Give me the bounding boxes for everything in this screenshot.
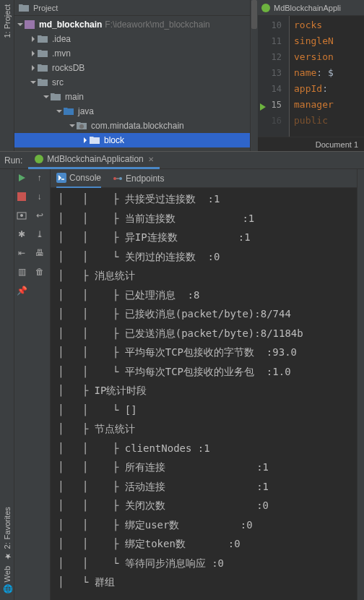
svg-point-1	[79, 124, 84, 129]
chevron-right-icon[interactable]	[81, 136, 90, 145]
folder-icon	[38, 63, 49, 73]
chevron-right-icon[interactable]	[29, 49, 38, 58]
rerun-button[interactable]	[16, 172, 27, 184]
wrap-icon[interactable]: ↩	[34, 210, 46, 221]
tree-item-package[interactable]: com.mindata.blockchain	[14, 119, 250, 133]
chevron-down-icon[interactable]	[29, 78, 38, 87]
tree-root[interactable]: md_blockchain F:\ideawork\md_blockchain	[14, 17, 250, 32]
line-num: 11	[258, 33, 282, 49]
line-num: 10	[258, 17, 282, 33]
run-header: Run: MdBlockchainApplication ✕	[0, 152, 364, 169]
spring-icon	[34, 154, 44, 164]
up-icon[interactable]: ↑	[34, 172, 46, 184]
console-output[interactable]: │ │ ├ 共接受过连接数 :1 │ │ ├ 当前连接数 :1 │ │ ├ 异I…	[51, 188, 357, 600]
star-icon: ★	[2, 552, 12, 562]
editor-panel: MdBlockchainAppli 10 11 12 13 14 15 16 r…	[258, 0, 364, 151]
endpoints-icon	[113, 173, 123, 184]
line-num: 14	[258, 81, 282, 97]
tree-item-src[interactable]: src	[14, 75, 250, 90]
pin-icon[interactable]: 📌	[16, 285, 27, 296]
print-icon[interactable]: 🖶	[34, 247, 46, 259]
project-tab[interactable]: 1: Project	[3, 0, 12, 43]
bug-icon[interactable]: ✱	[16, 228, 27, 240]
layout-icon[interactable]: ▥	[16, 266, 27, 278]
close-icon[interactable]: ✕	[148, 155, 154, 163]
editor-tab[interactable]: MdBlockchainAppli	[258, 0, 364, 16]
project-tree[interactable]: Project md_blockchain F:\ideawork\md_blo…	[14, 0, 251, 151]
package-icon	[90, 135, 101, 145]
folder-icon	[51, 92, 62, 102]
globe-icon: 🌐	[2, 585, 12, 594]
favorites-tab[interactable]: ★ 2: Favorites	[2, 507, 12, 561]
line-num: 12	[258, 49, 282, 65]
module-icon	[25, 20, 36, 30]
camera-icon[interactable]	[16, 210, 27, 221]
tree-item-idea[interactable]: .idea	[14, 32, 250, 46]
svg-rect-4	[17, 192, 26, 201]
tree-item-block[interactable]: block	[14, 133, 250, 147]
editor-status: Document 1	[258, 137, 364, 151]
scroll-icon[interactable]: ⤓	[34, 228, 46, 240]
folder-icon	[38, 34, 49, 44]
source-folder-icon	[64, 106, 75, 116]
run-tab[interactable]: MdBlockchainApplication ✕	[28, 152, 159, 169]
tree-item-mvn[interactable]: .mvn	[14, 46, 250, 61]
svg-rect-0	[25, 20, 35, 29]
line-num: 15	[258, 97, 282, 113]
tree-item-rocksdb[interactable]: rocksDB	[14, 61, 250, 75]
svg-point-2	[261, 4, 270, 12]
web-tab[interactable]: 🌐 Web	[2, 566, 12, 594]
down-icon[interactable]: ↓	[34, 191, 46, 202]
tree-item-main[interactable]: main	[14, 90, 250, 104]
editor-gutter[interactable]: 10 11 12 13 14 15 16	[258, 16, 290, 137]
svg-point-9	[119, 177, 122, 180]
svg-point-3	[35, 155, 43, 163]
chevron-down-icon[interactable]	[55, 107, 64, 116]
chevron-right-icon[interactable]	[29, 64, 38, 72]
package-icon	[77, 121, 88, 131]
editor-code[interactable]: rocks singleN version name: $ appId: man…	[290, 16, 364, 137]
tree-header: Project	[14, 0, 250, 16]
console-tab[interactable]: Console	[56, 169, 101, 188]
spring-icon	[261, 3, 271, 13]
chevron-right-icon[interactable]	[29, 35, 38, 43]
vtab-num: 1:	[3, 31, 12, 38]
console-scrollbar[interactable]	[357, 169, 364, 600]
console-icon	[56, 173, 66, 183]
stop-button[interactable]	[16, 191, 27, 202]
folder-icon	[38, 48, 49, 59]
tree-scrollbar[interactable]	[251, 0, 258, 151]
endpoints-tab[interactable]: Endpoints	[113, 169, 164, 188]
trash-icon[interactable]: 🗑	[34, 266, 46, 278]
svg-point-8	[113, 177, 116, 180]
chevron-down-icon[interactable]	[16, 20, 25, 29]
exit-icon[interactable]: ⇤	[16, 247, 27, 259]
line-num: 16	[258, 113, 282, 129]
run-title: Run:	[4, 155, 22, 166]
chevron-down-icon[interactable]	[42, 93, 51, 101]
folder-icon	[19, 3, 30, 13]
chevron-down-icon[interactable]	[68, 121, 77, 130]
svg-point-6	[20, 214, 23, 217]
folder-icon	[38, 77, 49, 87]
line-num: 13	[258, 65, 282, 81]
tree-item-java[interactable]: java	[14, 104, 250, 119]
